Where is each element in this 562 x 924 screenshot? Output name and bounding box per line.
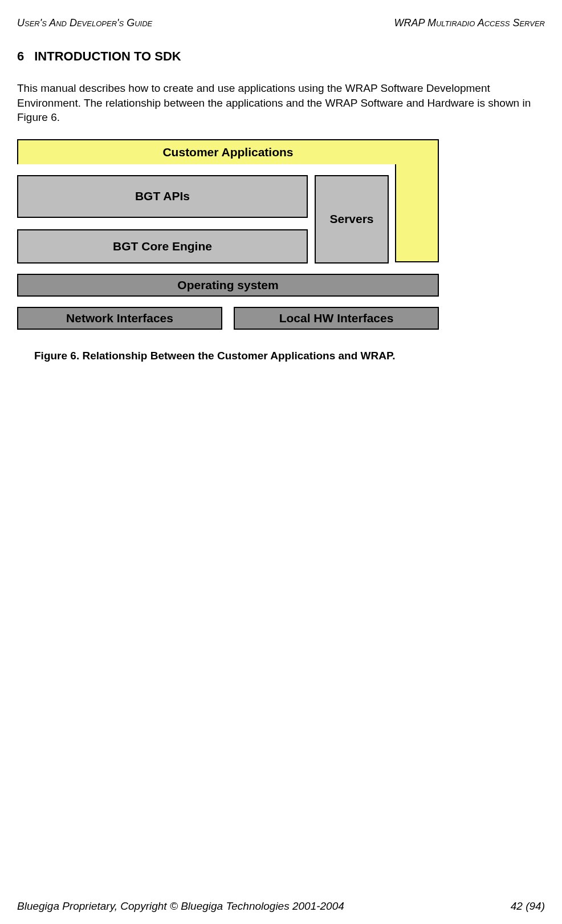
diagram-left-stack: BGT APIs BGT Core Engine	[17, 175, 308, 264]
page-header: User's And Developer's Guide WRAP Multir…	[17, 17, 545, 29]
section-number: 6	[17, 49, 24, 63]
servers-box: Servers	[315, 175, 389, 264]
operating-system-box: Operating system	[17, 274, 439, 297]
bgt-apis-box: BGT APIs	[17, 175, 308, 218]
intro-paragraph: This manual describes how to create and …	[17, 81, 545, 125]
local-hw-interfaces-box: Local HW Interfaces	[234, 307, 439, 330]
footer-page-number: 42 (94)	[511, 900, 545, 913]
footer-left: Bluegiga Proprietary, Copyright © Bluegi…	[17, 900, 344, 913]
customer-applications-pillar	[395, 163, 439, 262]
bgt-core-engine-box: BGT Core Engine	[17, 229, 308, 264]
diagram-mid-row: BGT APIs BGT Core Engine Servers	[17, 175, 439, 264]
customer-applications-box: Customer Applications	[17, 139, 439, 164]
section-heading: 6INTRODUCTION TO SDK	[17, 49, 545, 64]
diagram-bottom-row: Network Interfaces Local HW Interfaces	[17, 307, 439, 330]
header-left: User's And Developer's Guide	[17, 17, 152, 29]
network-interfaces-box: Network Interfaces	[17, 307, 222, 330]
page-footer: Bluegiga Proprietary, Copyright © Bluegi…	[17, 900, 545, 913]
architecture-diagram: Customer Applications BGT APIs BGT Core …	[17, 139, 439, 330]
header-right: WRAP Multiradio Access Server	[394, 17, 545, 29]
section-title: INTRODUCTION TO SDK	[34, 49, 181, 63]
figure-caption: Figure 6. Relationship Between the Custo…	[34, 350, 545, 362]
